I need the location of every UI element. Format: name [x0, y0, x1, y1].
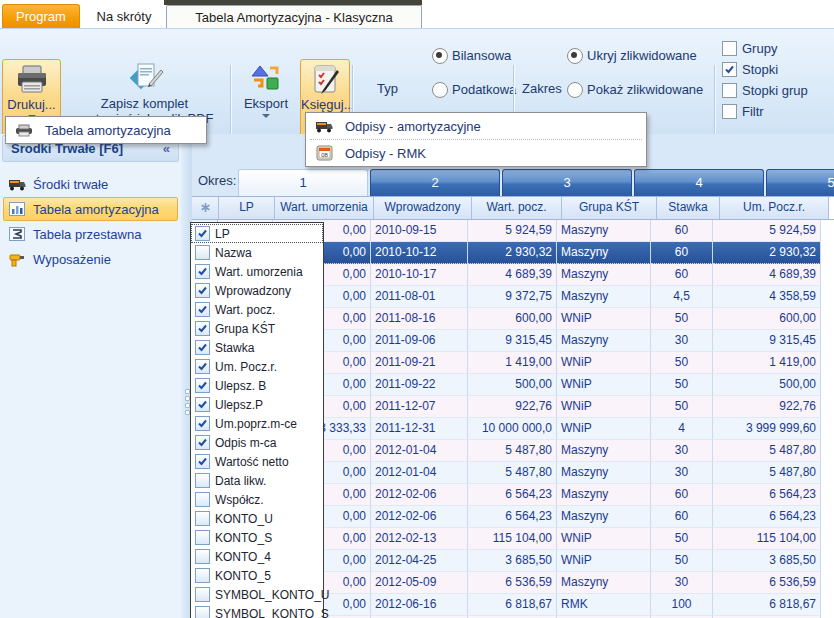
- cell-grupa_kst: Maszyny: [557, 506, 651, 528]
- sidebar-item-tabela-amortyzacyjna[interactable]: Tabela amortyzacyjna: [3, 197, 178, 221]
- radio-pokaz-zlikwidowane[interactable]: [567, 82, 583, 98]
- period-tab-2[interactable]: 2: [370, 169, 500, 196]
- checkbox-icon[interactable]: [195, 454, 210, 469]
- post-menu-item-odpisy-rmk[interactable]: 08Odpisy - RMK: [306, 140, 646, 166]
- view-checkbox-4[interactable]: Filtr: [722, 101, 808, 122]
- checkbox-icon[interactable]: [722, 62, 737, 77]
- truck-icon: [313, 117, 335, 135]
- cell-grupa_kst: Maszyny: [557, 242, 651, 264]
- column-chooser-item-wsp-cz-[interactable]: Współcz.: [191, 490, 323, 509]
- checkbox-icon[interactable]: [195, 359, 210, 374]
- column-chooser-item-label: Data likw.: [215, 474, 266, 488]
- column-chooser-item-grupa-k-t[interactable]: Grupa KŚT: [191, 319, 323, 338]
- checkbox-icon[interactable]: [195, 397, 210, 412]
- checkbox-icon[interactable]: [195, 264, 210, 279]
- radio-podatkowa-label[interactable]: Podatkowa: [452, 82, 516, 97]
- column-header-wart_umorzenia[interactable]: Wart. umorzenia: [275, 197, 374, 219]
- checkbox-icon[interactable]: [195, 568, 210, 583]
- view-checkbox-2[interactable]: Stopki: [722, 59, 808, 80]
- cell-stawka: 4: [651, 418, 713, 440]
- column-chooser-item-konto-4[interactable]: KONTO_4: [191, 547, 323, 566]
- checkbox-icon[interactable]: [195, 378, 210, 393]
- checkbox-icon[interactable]: [195, 435, 210, 450]
- column-chooser-indicator[interactable]: [192, 197, 219, 219]
- checkbox-icon[interactable]: [195, 511, 210, 526]
- export-button[interactable]: Eksport: [236, 59, 296, 143]
- checkbox-icon[interactable]: [195, 302, 210, 317]
- printer-icon: [13, 121, 35, 139]
- checkbox-icon[interactable]: [195, 283, 210, 298]
- column-chooser-item-lp[interactable]: LP: [191, 224, 323, 243]
- column-header-um_pocz_r[interactable]: Um. Pocz.r.: [720, 197, 829, 219]
- sidebar-item-tabela-przestawna[interactable]: Tabela przestawna: [3, 222, 178, 246]
- column-chooser-item-wart-pocz-[interactable]: Wart. pocz.: [191, 300, 323, 319]
- column-chooser-item-wprowadzony[interactable]: Wprowadzony: [191, 281, 323, 300]
- view-checkbox-1[interactable]: Grupy: [722, 38, 808, 59]
- column-chooser-item-odpis-m-ca[interactable]: Odpis m-ca: [191, 433, 323, 452]
- column-chooser-item-konto-5[interactable]: KONTO_5: [191, 566, 323, 585]
- sidebar-item-wyposa-enie[interactable]: Wyposażenie: [3, 247, 178, 271]
- sidebar-item--rodki-trwa-e[interactable]: Środki trwałe: [3, 172, 178, 196]
- column-chooser-item-nazwa[interactable]: Nazwa: [191, 243, 323, 262]
- tab-shortcuts[interactable]: Na skróty: [80, 4, 168, 28]
- column-header-grupa_kst[interactable]: Grupa KŚT: [562, 197, 657, 219]
- period-tab-4[interactable]: 4: [634, 169, 764, 196]
- checkbox-icon[interactable]: [195, 606, 210, 618]
- checkbox-icon[interactable]: [195, 226, 210, 241]
- column-chooser-item-wart-umorzenia[interactable]: Wart. umorzenia: [191, 262, 323, 281]
- checkbox-icon[interactable]: [722, 83, 737, 98]
- checkbox-icon[interactable]: [195, 340, 210, 355]
- checkbox-icon[interactable]: [195, 473, 210, 488]
- menu-item-label: Tabela amortyzacyjna: [45, 123, 171, 138]
- pdf-file-icon: [62, 62, 227, 96]
- cell-wart_pocz: 5 924,59: [468, 220, 557, 242]
- column-chooser-item-um-pocz-r-[interactable]: Um. Pocz.r.: [191, 357, 323, 376]
- column-chooser-item-symbol-konto-s[interactable]: SYMBOL_KONTO_S: [191, 604, 323, 618]
- checkbox-icon[interactable]: [195, 530, 210, 545]
- cell-wart_pocz: 922,76: [468, 396, 557, 418]
- checkbox-icon[interactable]: [722, 104, 737, 119]
- column-chooser-item-konto-u[interactable]: KONTO_U: [191, 509, 323, 528]
- checkbox-icon[interactable]: [195, 587, 210, 602]
- column-chooser-item-data-likw-[interactable]: Data likw.: [191, 471, 323, 490]
- radio-ukryj-zlikwidowane-label[interactable]: Ukryj zlikwidowane: [587, 48, 697, 63]
- tab-amortization-table[interactable]: Tabela Amortyzacyjna - Klasyczna: [166, 5, 422, 30]
- radio-ukryj-zlikwidowane[interactable]: [567, 48, 583, 64]
- radio-podatkowa[interactable]: [432, 82, 448, 98]
- column-chooser-item-um-poprz-m-ce[interactable]: Um.poprz.m-ce: [191, 414, 323, 433]
- checkbox-icon[interactable]: [195, 245, 210, 260]
- column-header-lp[interactable]: LP: [219, 197, 275, 219]
- cell-stawka: 50: [651, 374, 713, 396]
- checkbox-icon[interactable]: [195, 492, 210, 507]
- period-tab-1[interactable]: 1: [238, 169, 368, 196]
- column-header-wart_pocz[interactable]: Wart. pocz.: [472, 197, 562, 219]
- checkbox-icon[interactable]: [195, 549, 210, 564]
- cell-wprowadzony: 2012-02-13: [371, 528, 468, 550]
- column-chooser-item-warto-netto[interactable]: Wartość netto: [191, 452, 323, 471]
- period-tab-3[interactable]: 3: [502, 169, 632, 196]
- column-header-stawka[interactable]: Stawka: [657, 197, 720, 219]
- column-header-wprowadzony[interactable]: Wprowadzony: [374, 197, 472, 219]
- print-menu-item-tabela-amortyzacyjna[interactable]: Tabela amortyzacyjna: [6, 117, 206, 143]
- column-chooser-item-ulepsz-b[interactable]: Ulepsz. B: [191, 376, 323, 395]
- column-chooser-item-label: Współcz.: [215, 493, 264, 507]
- radio-bilansowa-label[interactable]: Bilansowa: [452, 48, 511, 63]
- checkbox-icon[interactable]: [195, 416, 210, 431]
- checkbox-label: Filtr: [742, 104, 764, 119]
- period-tab-5[interactable]: 5: [766, 169, 834, 196]
- radio-pokaz-zlikwidowane-label[interactable]: Pokaż zlikwidowane: [587, 82, 703, 97]
- cell-stawka: 30: [651, 440, 713, 462]
- column-chooser-item-konto-s[interactable]: KONTO_S: [191, 528, 323, 547]
- column-chooser-item-stawka[interactable]: Stawka: [191, 338, 323, 357]
- post-menu-item-odpisy-amortyzacyjne[interactable]: Odpisy - amortyzacyjne: [306, 113, 646, 139]
- tab-program[interactable]: Program: [2, 4, 80, 29]
- ribbon-separator: [230, 65, 232, 137]
- column-chooser-item-label: LP: [215, 227, 230, 241]
- radio-bilansowa[interactable]: [432, 48, 448, 64]
- column-chooser-item-label: Um. Pocz.r.: [215, 360, 277, 374]
- checkbox-icon[interactable]: [195, 321, 210, 336]
- view-checkbox-3[interactable]: Stopki grup: [722, 80, 808, 101]
- column-chooser-item-symbol-konto-u[interactable]: SYMBOL_KONTO_U: [191, 585, 323, 604]
- column-chooser-item-ulepsz-p[interactable]: Ulepsz.P: [191, 395, 323, 414]
- checkbox-icon[interactable]: [722, 41, 737, 56]
